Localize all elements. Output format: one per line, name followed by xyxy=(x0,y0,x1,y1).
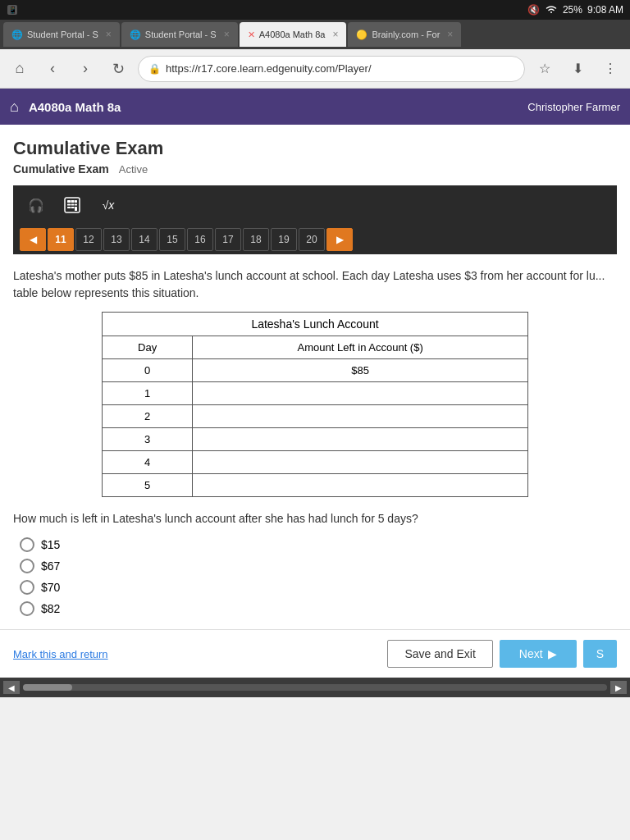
breadcrumb-row: Cumulative Exam Active xyxy=(13,162,617,176)
submit-button[interactable]: S xyxy=(583,640,617,668)
table-row: 5 xyxy=(103,474,528,497)
back-button[interactable]: ‹ xyxy=(39,56,66,82)
status-badge: Active xyxy=(119,163,148,176)
bookmark-button[interactable]: ☆ xyxy=(532,56,558,82)
table-row: 3 xyxy=(103,428,528,451)
scroll-right-button[interactable]: ▶ xyxy=(610,681,627,694)
bottom-bar: Mark this and return Save and Exit Next … xyxy=(0,629,630,678)
answer-question-text: How much is left in Latesha's lunch acco… xyxy=(13,510,617,527)
status-bar: 📱 🔇 25% 9:08 AM xyxy=(0,0,630,20)
next-button[interactable]: Next ▶ xyxy=(500,640,577,668)
calculator-button[interactable] xyxy=(56,190,89,220)
radio-82[interactable] xyxy=(20,601,34,616)
svg-rect-11 xyxy=(75,207,77,211)
mark-return-button[interactable]: Mark this and return xyxy=(13,648,108,660)
answer-option-82[interactable]: $82 xyxy=(20,601,617,616)
page-title: Cumulative Exam xyxy=(13,138,617,159)
save-exit-button[interactable]: Save and Exit xyxy=(387,640,492,668)
formula-button[interactable]: √x xyxy=(92,190,125,220)
table-col-amount: Amount Left in Account ($) xyxy=(193,336,528,359)
tab-label-1: Student Portal - S xyxy=(27,30,98,39)
url-text: https://r17.core.learn.edgenuity.com/Pla… xyxy=(166,62,372,75)
scroll-left-button[interactable]: ◀ xyxy=(3,681,20,694)
page-11-button[interactable]: 11 xyxy=(48,228,74,251)
table-cell-amount-2 xyxy=(193,405,528,428)
tab-close-2[interactable]: × xyxy=(224,29,230,40)
forward-button[interactable]: › xyxy=(72,56,98,82)
radio-67[interactable] xyxy=(20,559,34,573)
radio-70[interactable] xyxy=(20,580,34,595)
table-row: 1 xyxy=(103,382,528,405)
audio-button[interactable]: 🎧 xyxy=(20,190,52,220)
answer-label-70: $70 xyxy=(41,581,60,594)
tab-student-portal-1[interactable]: 🌐 Student Portal - S × xyxy=(3,22,120,47)
content-area: Cumulative Exam Cumulative Exam Active 🎧… xyxy=(0,125,630,629)
tab-favicon-2: 🌐 xyxy=(130,30,141,40)
answer-option-67[interactable]: $67 xyxy=(20,559,617,573)
app-user: Christopher Farmer xyxy=(527,101,620,113)
table-cell-day-1: 1 xyxy=(103,382,193,405)
app-header: ⌂ A4080a Math 8a Christopher Farmer xyxy=(0,89,630,125)
tab-math-active[interactable]: ✕ A4080a Math 8a × xyxy=(240,22,347,47)
menu-button[interactable]: ⋮ xyxy=(597,56,623,82)
page-14-button[interactable]: 14 xyxy=(131,228,158,251)
url-bar[interactable]: 🔒 https://r17.core.learn.edgenuity.com/P… xyxy=(138,56,525,82)
bottom-actions: Save and Exit Next ▶ S xyxy=(387,640,617,668)
page-12-button[interactable]: 12 xyxy=(75,228,102,251)
page-18-button[interactable]: 18 xyxy=(243,228,269,251)
tab-student-portal-2[interactable]: 🌐 Student Portal - S × xyxy=(121,22,238,47)
tab-favicon-1: 🌐 xyxy=(11,30,23,40)
page-prev-button[interactable]: ◀ xyxy=(20,228,46,251)
svg-rect-10 xyxy=(71,207,75,208)
scroll-track[interactable] xyxy=(23,684,607,691)
table-cell-day-0: 0 xyxy=(103,359,193,382)
lock-icon: 🔒 xyxy=(148,63,161,75)
radio-15[interactable] xyxy=(20,537,34,552)
table-cell-amount-0: $85 xyxy=(193,359,528,382)
page-17-button[interactable]: 17 xyxy=(215,228,241,251)
tab-favicon-4: 🟡 xyxy=(356,30,368,40)
table-cell-amount-4 xyxy=(193,451,528,474)
table-cell-amount-3 xyxy=(193,428,528,451)
download-button[interactable]: ⬇ xyxy=(564,56,591,82)
tab-label-4: Brainly.com - For xyxy=(372,30,440,39)
table-cell-amount-1 xyxy=(193,382,528,405)
page-15-button[interactable]: 15 xyxy=(159,228,185,251)
breadcrumb-label: Cumulative Exam xyxy=(13,162,109,176)
svg-text:📱: 📱 xyxy=(8,5,18,15)
page-16-button[interactable]: 16 xyxy=(187,228,213,251)
answer-option-70[interactable]: $70 xyxy=(20,580,617,595)
svg-rect-7 xyxy=(71,204,75,206)
svg-rect-4 xyxy=(71,200,75,203)
tab-close-1[interactable]: × xyxy=(106,29,112,40)
tab-close-4[interactable]: × xyxy=(447,29,453,40)
table-col-day: Day xyxy=(103,336,193,359)
toolbar: 🎧 √x xyxy=(13,185,617,225)
lunch-account-table: Latesha's Lunch Account Day Amount Left … xyxy=(102,312,528,497)
answer-option-15[interactable]: $15 xyxy=(20,537,617,552)
question-text: Latesha's mother puts $85 in Latesha's l… xyxy=(13,267,617,302)
table-cell-amount-5 xyxy=(193,474,528,497)
tab-brainly[interactable]: 🟡 Brainly.com - For × xyxy=(348,22,461,47)
svg-rect-6 xyxy=(67,204,71,206)
answer-label-82: $82 xyxy=(41,602,60,615)
table-row: 2 xyxy=(103,405,528,428)
answer-options: $15 $67 $70 $82 xyxy=(13,537,617,616)
scroll-thumb xyxy=(23,684,72,691)
svg-rect-3 xyxy=(67,200,71,203)
page-13-button[interactable]: 13 xyxy=(103,228,130,251)
page-next-button[interactable]: ▶ xyxy=(326,228,353,251)
table-cell-day-5: 5 xyxy=(103,474,193,497)
answer-label-67: $67 xyxy=(41,559,60,573)
tab-close-3[interactable]: × xyxy=(332,29,338,40)
svg-rect-5 xyxy=(75,200,77,203)
page-20-button[interactable]: 20 xyxy=(299,228,325,251)
page-19-button[interactable]: 19 xyxy=(271,228,297,251)
mute-icon: 🔇 xyxy=(527,4,540,16)
reload-button[interactable]: ↻ xyxy=(105,56,131,82)
table-cell-day-2: 2 xyxy=(103,405,193,428)
browser-tabs: 🌐 Student Portal - S × 🌐 Student Portal … xyxy=(0,20,630,49)
home-nav-button[interactable]: ⌂ xyxy=(7,56,33,82)
table-cell-day-3: 3 xyxy=(103,428,193,451)
app-home-icon[interactable]: ⌂ xyxy=(10,98,19,116)
